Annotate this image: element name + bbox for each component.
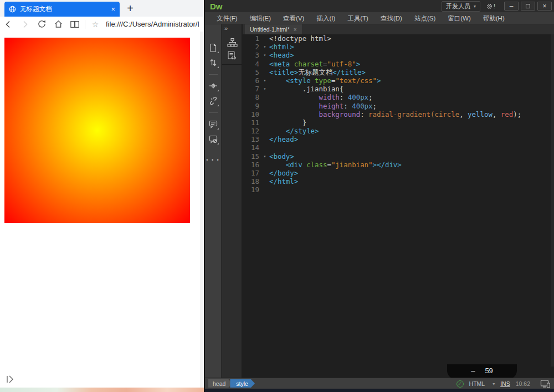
open-documents-icon[interactable]	[207, 41, 220, 54]
dw-menubar: 文件(F)编辑(E)查看(V)插入(I)工具(T)查找(D)站点(S)窗口(W)…	[205, 12, 554, 24]
code-line-18[interactable]: 18</html>	[243, 177, 554, 185]
device-preview-icon[interactable]	[540, 379, 551, 388]
code-line-9[interactable]: 9 height: 400px;	[243, 102, 554, 110]
workspace-switcher-button[interactable]: 开发人员 ▾	[442, 1, 480, 12]
insert-mode-indicator[interactable]: INS	[500, 380, 510, 387]
tag-selector-style[interactable]: style	[230, 379, 255, 388]
code-text: <!doctype html>	[269, 34, 554, 43]
code-line-19[interactable]: 19	[243, 185, 554, 194]
menu-item-7[interactable]: 窗口(W)	[442, 12, 477, 24]
code-lines[interactable]: 1<!doctype html>2▾<html>3▾<head>4<meta c…	[243, 34, 554, 367]
document-tab-close-icon[interactable]: ×	[294, 27, 297, 33]
code-text	[269, 185, 554, 194]
editor-scrollbar[interactable]	[551, 34, 554, 367]
menu-item-2[interactable]: 查看(V)	[277, 12, 310, 24]
menu-item-1[interactable]: 编辑(E)	[244, 12, 277, 24]
back-icon[interactable]	[0, 18, 17, 31]
code-line-12[interactable]: 12 </style>	[243, 127, 554, 135]
live-view-options-icon[interactable]	[207, 79, 220, 92]
fold-gutter	[260, 34, 269, 43]
code-line-8[interactable]: 8 width: 400px;	[243, 93, 554, 101]
menu-item-3[interactable]: 插入(I)	[310, 12, 341, 24]
menu-item-0[interactable]: 文件(F)	[211, 12, 244, 24]
line-number: 15	[243, 152, 260, 161]
fold-gutter	[260, 143, 269, 152]
menu-item-5[interactable]: 查找(D)	[375, 12, 408, 24]
fold-arrow-icon[interactable]: ▾	[260, 51, 269, 59]
expand-panels-icon[interactable]: »	[224, 25, 228, 32]
code-line-15[interactable]: 15▾<body>	[243, 152, 554, 161]
code-line-17[interactable]: 17</body>	[243, 169, 554, 177]
screen: 无标题文档 × + ☆ file:///C:/Users/Admin	[0, 0, 554, 392]
line-number: 9	[243, 102, 260, 110]
chevron-down-icon: ▾	[493, 381, 495, 386]
tag-selector-head[interactable]: head	[208, 379, 232, 388]
minimize-button[interactable]: –	[504, 2, 519, 11]
browser-scrollbar[interactable]	[200, 32, 204, 388]
code-line-3[interactable]: 3▾<head>	[243, 51, 554, 59]
remove-comment-icon[interactable]	[207, 132, 220, 146]
code-text: <html>	[269, 43, 554, 51]
fold-gutter	[260, 102, 269, 110]
dw-logo: Dw	[210, 2, 223, 11]
code-text: </body>	[269, 169, 554, 177]
fold-gutter	[260, 110, 269, 118]
code-editor[interactable]: Untitled-1.html* × 1<!doctype html>2▾<ht…	[243, 24, 554, 378]
line-number: 10	[243, 110, 260, 118]
menu-item-8[interactable]: 帮助(H)	[477, 12, 511, 24]
sync-settings-button[interactable]: !	[486, 3, 495, 10]
dom-panel-icon[interactable]	[227, 37, 238, 48]
desktop-wallpaper-strip	[0, 388, 204, 392]
document-tab[interactable]: Untitled-1.html* ×	[245, 24, 302, 34]
unlink-icon[interactable]	[207, 94, 220, 107]
address-bar[interactable]: file:///C:/Users/Administrator/D	[106, 20, 199, 28]
code-line-13[interactable]: 13</head>	[243, 135, 554, 143]
line-number: 8	[243, 93, 260, 101]
customize-toolbar-icon[interactable]: • • •	[206, 157, 219, 163]
code-line-4[interactable]: 4<meta charset="utf-8">	[243, 60, 554, 68]
refresh-icon[interactable]	[33, 18, 50, 31]
code-line-16[interactable]: 16 <div class="jianbian"></div>	[243, 161, 554, 169]
menu-item-6[interactable]: 站点(S)	[408, 12, 442, 24]
file-management-icon[interactable]	[207, 56, 220, 69]
bookmark-star-icon[interactable]: ☆	[87, 18, 104, 31]
fold-arrow-icon[interactable]: ▾	[260, 85, 269, 93]
fold-arrow-icon[interactable]: ▾	[260, 76, 269, 85]
code-line-7[interactable]: 7▾ .jianbian{	[243, 85, 554, 93]
home-icon[interactable]	[50, 18, 66, 31]
line-number: 6	[243, 76, 260, 85]
code-text: <title>无标题文档</title>	[269, 68, 554, 76]
code-line-6[interactable]: 6▾ <style type="text/css">	[243, 76, 554, 85]
fold-gutter	[260, 177, 269, 185]
reading-list-icon[interactable]	[66, 18, 83, 31]
fold-gutter	[260, 118, 269, 127]
browser-tab[interactable]: 无标题文档 ×	[4, 2, 120, 17]
fold-arrow-icon[interactable]: ▾	[260, 152, 269, 161]
doctype-dropdown[interactable]: HTML ▾	[469, 380, 495, 387]
line-number: 18	[243, 177, 260, 185]
tab-close-icon[interactable]: ×	[111, 5, 115, 13]
code-line-5[interactable]: 5<title>无标题文档</title>	[243, 68, 554, 76]
code-text: </html>	[269, 177, 554, 185]
dw-bottom-edge	[205, 389, 554, 392]
document-tab-title: Untitled-1.html*	[250, 26, 290, 33]
code-line-14[interactable]: 14	[243, 143, 554, 152]
snippets-panel-icon[interactable]	[227, 50, 238, 61]
code-text: .jianbian{	[269, 85, 554, 93]
code-line-2[interactable]: 2▾<html>	[243, 43, 554, 51]
fold-gutter	[260, 161, 269, 169]
fold-arrow-icon[interactable]: ▾	[260, 43, 269, 51]
apply-comment-icon[interactable]	[207, 117, 220, 131]
new-tab-button[interactable]: +	[123, 1, 137, 16]
maximize-button[interactable]	[521, 2, 535, 11]
close-button[interactable]: ×	[537, 2, 552, 11]
code-line-10[interactable]: 10 background: radial-gradient(circle, y…	[243, 110, 554, 118]
code-line-1[interactable]: 1<!doctype html>	[243, 34, 554, 43]
gear-icon	[486, 3, 493, 10]
code-line-11[interactable]: 11 }	[243, 118, 554, 127]
sidebar-expander-icon[interactable]	[6, 374, 16, 385]
menu-item-4[interactable]: 工具(T)	[341, 12, 375, 24]
code-text: }	[269, 118, 554, 127]
browser-viewport	[0, 32, 200, 388]
forward-icon[interactable]	[17, 18, 33, 31]
